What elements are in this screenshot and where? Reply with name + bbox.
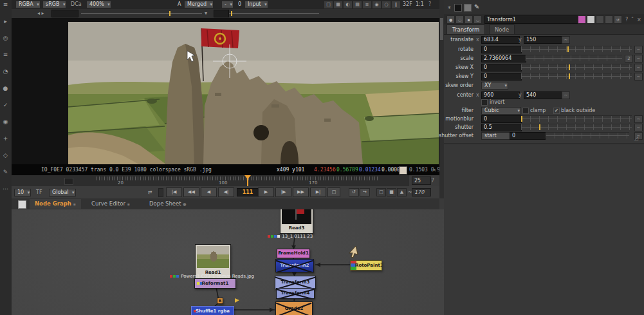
center-y-field[interactable]: 540 — [524, 91, 562, 99]
loop-button[interactable]: ↺ — [349, 188, 359, 196]
step-forward-button[interactable]: |▶ — [275, 187, 291, 197]
play-forward-fast-button[interactable]: ▶▶ — [293, 187, 309, 197]
monitor-out-icon[interactable]: □ — [324, 1, 333, 9]
gain-slider-handle[interactable] — [169, 11, 170, 16]
undo-button[interactable]: ◡ — [474, 15, 482, 24]
timeline-ruler[interactable]: 20 100 170 25 7 — [12, 175, 409, 187]
scanline-icon[interactable]: ≡ — [362, 1, 372, 9]
pen-icon[interactable]: ✎ — [474, 3, 479, 10]
shutter-offset-slider[interactable] — [546, 132, 629, 138]
motionblur-field[interactable]: 0 — [481, 115, 522, 123]
gamma-slider[interactable] — [229, 13, 319, 14]
translate-y-field[interactable]: 150 — [524, 36, 562, 44]
views-tool-icon[interactable]: ✎ — [1, 168, 10, 176]
gray-swatch-icon[interactable] — [464, 4, 472, 12]
merge-tool-icon[interactable]: + — [1, 135, 10, 142]
node-stack2[interactable]: Transform4 — [276, 288, 315, 299]
shutter-field[interactable]: 0.5 — [481, 124, 522, 131]
skew-y-anim-button[interactable]: ~ — [634, 73, 643, 81]
time-tool-icon[interactable]: ◔ — [1, 68, 10, 75]
shutter-slider[interactable] — [521, 124, 632, 130]
rotate-slider-handle[interactable] — [567, 46, 569, 52]
tf-label[interactable]: TF — [36, 189, 42, 195]
translate-x-field[interactable]: 683.4 — [481, 36, 520, 44]
gain-field[interactable] — [51, 10, 78, 17]
tab-transform[interactable]: Transform — [446, 24, 485, 34]
help-icon[interactable]: ? — [428, 1, 431, 7]
node-reformat[interactable]: Reformat1 — [194, 278, 236, 289]
info-caret-icon[interactable]: ▾ — [433, 167, 436, 173]
frame-increment-select[interactable]: 10▾ — [14, 189, 31, 196]
range-end-box[interactable]: 170 — [412, 188, 431, 196]
gain-caret-icon[interactable]: ▾ — [205, 10, 207, 16]
wipe-mode-select[interactable]: -▾ — [221, 1, 234, 8]
revert-button[interactable]: ↺ — [614, 15, 622, 24]
clamp-checkbox[interactable] — [522, 108, 529, 114]
play-backward-button[interactable]: ◀| — [218, 187, 234, 197]
playhead-marker-icon[interactable] — [244, 175, 251, 179]
skew-y-slider-handle[interactable] — [569, 73, 570, 79]
roi-icon[interactable]: ◐ — [343, 1, 353, 9]
channel-select[interactable]: RGBA▾ — [15, 1, 41, 8]
timeline-left-box[interactable] — [64, 178, 73, 185]
skew-x-slider-handle[interactable] — [569, 64, 570, 70]
lut-select[interactable]: sRGB▾ — [42, 1, 66, 8]
hide-input-button[interactable]: ● — [446, 15, 455, 24]
color-tool-icon[interactable]: ● — [1, 84, 10, 92]
fps-box[interactable]: 25 — [412, 177, 431, 185]
channel-tool-icon[interactable]: ≡ — [1, 51, 10, 59]
node-name-field[interactable]: Transform1 — [484, 15, 578, 24]
stop-button[interactable]: □ — [327, 187, 340, 197]
center-anim-button[interactable]: ~ — [562, 91, 570, 99]
motionblur-anim-button[interactable]: ~ — [634, 115, 643, 123]
skew-x-slider[interactable] — [521, 64, 632, 70]
gamma-slider-handle[interactable] — [231, 11, 232, 16]
menu-icon[interactable]: ≡ — [1, 1, 10, 8]
loop-mode-icon[interactable]: ⇄ — [148, 189, 152, 195]
filter-select[interactable]: Cubic▾ — [481, 107, 521, 115]
pane-divider[interactable] — [439, 0, 444, 198]
tab-marker-icon[interactable]: ▪ — [127, 202, 130, 206]
skew-order-select[interactable]: XY▾ — [481, 82, 508, 90]
wipe-arrows[interactable]: ◂ ▸ — [37, 10, 44, 16]
skew-x-anim-button[interactable]: ~ — [634, 64, 643, 72]
node-read2[interactable]: Read3 — [280, 209, 313, 234]
bit-depth-label[interactable]: 32F — [403, 1, 412, 7]
zoom-ratio-label[interactable]: 1:1 — [416, 1, 424, 7]
keyer-tool-icon[interactable]: ◉ — [1, 118, 10, 126]
node-rotopaint[interactable]: RotoPaint1 — [350, 260, 382, 271]
node-shuffle[interactable]: Shuffle1 rgba — [191, 306, 234, 315]
play-forward-button[interactable]: ▶ — [258, 187, 274, 197]
shutter-offset-field[interactable]: 0 — [510, 132, 546, 140]
circle-icon[interactable]: ○ — [382, 1, 391, 9]
close-icon[interactable]: × — [637, 17, 641, 23]
stack-panel-button[interactable] — [605, 15, 613, 24]
current-frame-field[interactable]: 111 — [237, 188, 259, 196]
help-icon[interactable]: ? — [625, 17, 628, 23]
filter-tool-icon[interactable]: ✓ — [1, 101, 10, 109]
black-swatch-icon[interactable] — [454, 4, 462, 12]
clock-icon[interactable]: ◉ — [372, 1, 382, 9]
motionblur-slider[interactable] — [521, 115, 632, 122]
gamma-field[interactable] — [214, 10, 229, 17]
center-x-field[interactable]: 960 — [481, 91, 520, 99]
skew-y-slider[interactable] — [521, 73, 632, 79]
resize-grip-icon[interactable]: ◿ — [634, 135, 638, 141]
skip-to-start-button[interactable]: |◀ — [166, 187, 182, 197]
skip-to-end-button[interactable]: ▶| — [310, 187, 326, 197]
other-tool-icon[interactable]: ⋯ — [1, 185, 10, 193]
minimize-icon[interactable]: ˄ — [631, 17, 634, 23]
play-backward-fast-button[interactable]: ◀◀ — [183, 187, 199, 197]
shutter-anim-button[interactable]: ~ — [634, 124, 643, 131]
range-mode-select[interactable]: Global▾ — [49, 189, 76, 196]
scale-split-button[interactable]: 2 — [625, 55, 633, 62]
scale-anim-button[interactable]: ~ — [634, 55, 643, 62]
shutter-slider-handle[interactable] — [539, 124, 540, 130]
gain-slider[interactable] — [81, 13, 202, 14]
transform-tool-icon[interactable]: ◇ — [1, 151, 10, 159]
motionblur-slider-handle[interactable] — [521, 116, 522, 122]
node-stack1[interactable]: Transform3 — [275, 276, 316, 289]
node-grade-orange[interactable]: Grade2 — [275, 301, 313, 315]
grid-icon[interactable]: ▦ — [333, 1, 343, 9]
rotate-field[interactable]: 0 — [481, 46, 522, 53]
